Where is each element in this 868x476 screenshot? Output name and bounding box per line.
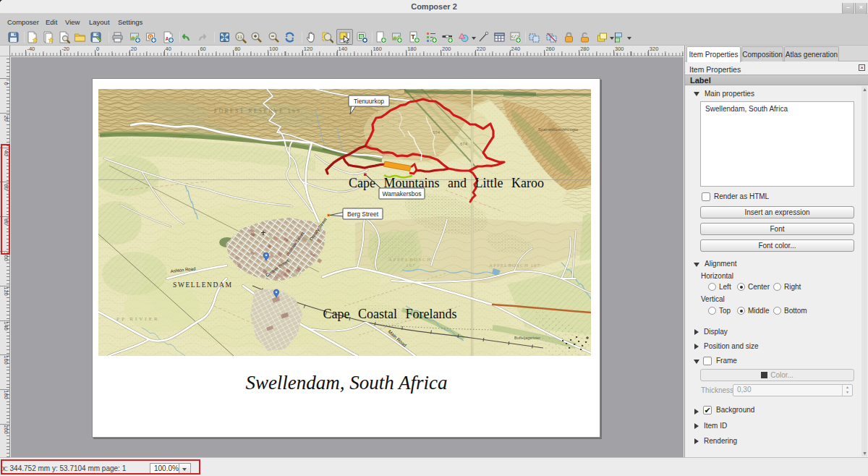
svg-text:Wamakersbos: Wamakersbos [382,190,421,197]
svg-text:Buffeljagsrivier: Buffeljagsrivier [514,336,540,340]
svg-text:APPELBOSCH 167: APPELBOSCH 167 [489,263,540,268]
svg-text:167: 167 [406,263,416,268]
svg-text:674: 674 [433,130,441,135]
svg-text:FOREST RESERVE 169: FOREST RESERVE 169 [214,108,302,114]
svg-text:Sparresboschhoogte: Sparresboschhoogte [538,127,579,132]
svg-text:1:1: 1:1 [237,35,242,39]
svg-text:Cape Mountains and Little Karo: Cape Mountains and Little Karoo [349,176,544,190]
svg-text:674: 674 [460,142,468,146]
svg-text:Tienuurkop: Tienuurkop [354,98,384,105]
svg-text:PP RIVIER: PP RIVIER [116,316,160,322]
svg-text:Cape Coastal Forelands: Cape Coastal Forelands [323,307,457,321]
svg-text:APPELBOSCH: APPELBOSCH [388,257,432,263]
svg-text:SWELLENDAM: SWELLENDAM [173,281,233,289]
svg-text:Berg Street: Berg Street [347,211,379,218]
